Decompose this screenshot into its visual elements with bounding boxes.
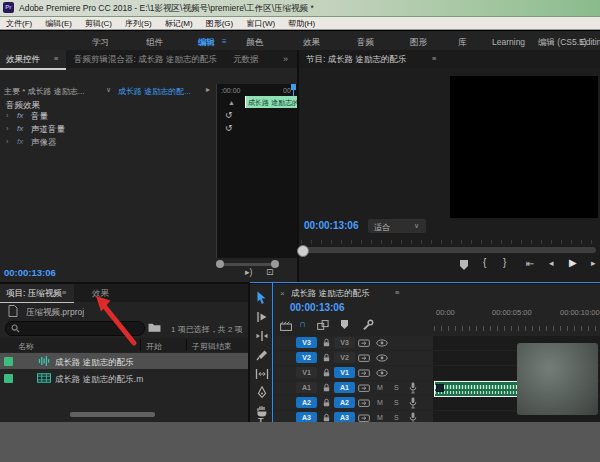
insert-sequence-icon[interactable]	[280, 321, 292, 331]
title-bar[interactable]: Pr Adobe Premiere Pro CC 2018 - E:\1影视区\…	[0, 0, 600, 17]
solo-button[interactable]: S	[394, 399, 399, 406]
step-back-icon[interactable]: ◂	[549, 258, 554, 268]
project-item-name[interactable]: 成长路 途励志的配乐.m	[55, 374, 143, 386]
menu-graphics[interactable]: 图形(G)	[206, 18, 234, 29]
menu-help[interactable]: 帮助(H)	[288, 18, 315, 29]
ec-master-label[interactable]: 主要 * 成长路 途励志...	[4, 86, 84, 97]
label-color-chip[interactable]	[4, 374, 13, 383]
snap-magnet-icon[interactable]: ∩	[299, 318, 306, 329]
ec-clip-selector[interactable]: 成长路 途励志的配...	[118, 86, 191, 97]
track-target-v1[interactable]: V1	[334, 367, 355, 378]
ripple-edit-tool[interactable]	[256, 330, 268, 342]
project-file-name[interactable]: 压缩视频.prproj	[26, 307, 84, 319]
ec-clip-bar[interactable]: 成长路 途励志的	[245, 96, 298, 108]
go-to-in-icon[interactable]: ⇤	[526, 258, 534, 269]
add-marker-icon[interactable]	[460, 260, 468, 270]
mute-button[interactable]: M	[377, 399, 383, 406]
ec-effect-volume[interactable]: 音量	[31, 111, 48, 123]
menu-window[interactable]: 窗口(W)	[246, 18, 275, 29]
project-hscrollbar[interactable]	[70, 412, 155, 417]
track-select-tool[interactable]	[256, 311, 268, 323]
workspace-tab-editing-en[interactable]: Editing	[580, 37, 600, 47]
workspace-menu-icon[interactable]: ≡	[222, 37, 227, 46]
source-patch-v2[interactable]: V2	[296, 352, 317, 363]
voiceover-mic-icon[interactable]	[409, 382, 417, 394]
label-color-chip[interactable]	[4, 357, 13, 366]
step-forward-icon[interactable]: ▸	[591, 258, 596, 268]
expand-chevron-icon[interactable]: ›	[6, 138, 8, 145]
tab-timeline-sequence[interactable]: 成长路 途励志的配乐	[291, 288, 370, 300]
timeline-audio-clip[interactable]	[434, 381, 519, 397]
play-button-icon[interactable]: ▶	[569, 257, 577, 268]
program-fit-dropdown[interactable]: 适合 ∨	[368, 219, 426, 233]
sync-lock-icon[interactable]	[358, 338, 370, 348]
ec-zoom-bar[interactable]	[221, 263, 276, 266]
pen-tool[interactable]	[257, 386, 267, 399]
column-divider[interactable]	[186, 339, 187, 351]
sync-lock-icon[interactable]	[358, 383, 370, 393]
ec-effect-panner[interactable]: 声像器	[31, 137, 57, 149]
track-target-a2[interactable]: A2	[334, 397, 355, 408]
lock-icon[interactable]	[322, 338, 331, 347]
tab-program[interactable]: 节目: 成长路 途励志的配乐	[306, 54, 407, 66]
workspace-tab-effects[interactable]: 效果	[303, 37, 320, 49]
mark-out-icon[interactable]: }	[503, 257, 506, 268]
panel-menu-icon[interactable]: ≡	[432, 54, 436, 63]
ruler-ticks[interactable]	[434, 326, 600, 331]
timeline-settings-wrench-icon[interactable]	[362, 319, 374, 331]
project-item-name[interactable]: 成长路 途励志的配乐	[55, 357, 134, 369]
lock-icon[interactable]	[322, 398, 331, 407]
tab-overflow-chevron[interactable]: »	[283, 54, 288, 64]
workspace-tab-graphics[interactable]: 图形	[410, 37, 427, 49]
toggle-track-output-eye-icon[interactable]	[376, 339, 388, 347]
program-ruler-ticks[interactable]	[301, 240, 598, 244]
timeline-timecode[interactable]: 00:00:13:06	[290, 302, 344, 313]
column-name[interactable]: 名称	[18, 341, 34, 352]
tab-effect-controls[interactable]: 效果控件 ≡	[0, 50, 66, 70]
tab-metadata[interactable]: 元数据	[233, 54, 259, 66]
source-patch-v3[interactable]: V3	[296, 337, 317, 348]
program-timecode[interactable]: 00:00:13:06	[304, 220, 358, 231]
project-row-sequence[interactable]: 成长路 途励志的配乐.m	[0, 370, 248, 386]
ec-timecode[interactable]: 00:00:13:06	[4, 267, 56, 278]
project-row-audio[interactable]: 成长路 途励志的配乐	[0, 353, 248, 369]
menu-marker[interactable]: 标记(M)	[165, 18, 193, 29]
voiceover-mic-icon[interactable]	[409, 397, 417, 409]
mark-in-icon[interactable]: {	[483, 257, 486, 268]
toggle-track-output-eye-icon[interactable]	[376, 354, 388, 362]
play-triangle-icon[interactable]: ▸	[206, 85, 210, 94]
lock-icon[interactable]	[322, 368, 331, 377]
timeline-tab-close-icon[interactable]: ×	[280, 289, 285, 298]
reset-icon[interactable]: ↺	[225, 123, 233, 133]
linked-selection-icon[interactable]	[317, 320, 329, 330]
lock-icon[interactable]	[322, 383, 331, 392]
sync-lock-icon[interactable]	[358, 398, 370, 408]
column-subclip-end[interactable]: 子剪辑结束	[192, 341, 232, 352]
tab-audio-clip-mixer[interactable]: 音频剪辑混合器: 成长路 途励志的配乐	[74, 54, 217, 66]
solo-button[interactable]: S	[394, 414, 399, 421]
panel-menu-icon[interactable]: ≡	[54, 54, 58, 63]
workspace-tab-color[interactable]: 颜色	[246, 37, 263, 49]
selection-tool[interactable]	[256, 291, 268, 305]
export-frame-icon[interactable]: ⊡	[266, 267, 274, 277]
reset-icon[interactable]: ↺	[225, 110, 233, 120]
lock-icon[interactable]	[322, 353, 331, 362]
chevron-down-icon[interactable]: ∨	[106, 86, 111, 94]
expand-chevron-icon[interactable]: ›	[6, 112, 8, 119]
menu-edit[interactable]: 编辑(E)	[45, 18, 72, 29]
track-target-v2[interactable]: V2	[334, 352, 355, 363]
menu-file[interactable]: 文件(F)	[6, 18, 32, 29]
add-marker-icon[interactable]	[341, 320, 348, 329]
workspace-tab-editing-active[interactable]: 编辑	[198, 37, 215, 49]
menu-sequence[interactable]: 序列(S)	[125, 18, 152, 29]
workspace-tab-assembly[interactable]: 组件	[146, 37, 163, 49]
source-patch-a1[interactable]: A1	[296, 382, 317, 393]
toggle-track-output-eye-icon[interactable]	[376, 369, 388, 377]
track-target-v3[interactable]: V3	[334, 337, 355, 348]
tab-project[interactable]: 项目: 压缩视频 ≡	[0, 284, 74, 303]
slip-tool[interactable]	[255, 368, 269, 380]
lock-icon[interactable]	[322, 413, 331, 422]
mute-button[interactable]: M	[377, 384, 383, 391]
panel-menu-icon[interactable]: ≡	[62, 288, 66, 297]
panel-menu-icon[interactable]: ≡	[395, 288, 399, 297]
